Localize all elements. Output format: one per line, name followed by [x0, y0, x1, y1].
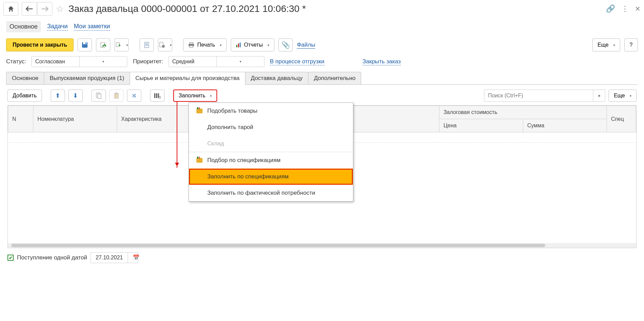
close-icon[interactable]: ✕ [635, 5, 641, 13]
paperclip-icon: 📎 [281, 41, 290, 49]
svg-rect-20 [115, 93, 117, 94]
priority-label: Приоритет: [133, 58, 163, 65]
chart-icon [236, 42, 241, 48]
nav-notes[interactable]: Мои заметки [74, 23, 110, 31]
svg-rect-13 [190, 46, 193, 47]
nav-main[interactable]: Основное [6, 21, 41, 32]
link-icon[interactable]: 🔗 [606, 4, 615, 13]
calendar-icon[interactable]: 📅 [128, 253, 138, 263]
col-spec[interactable]: Спец [607, 106, 636, 132]
create-based-on-button[interactable] [114, 38, 129, 51]
copy-button[interactable] [92, 90, 106, 102]
favorite-star-icon[interactable]: ☆ [56, 4, 64, 14]
col-nomenclature[interactable]: Номенклатура [33, 106, 117, 132]
fill-dropdown-menu: Подобрать товары Дополнить тарой Склад П… [189, 102, 353, 202]
page-title: Заказ давальца 0000-000001 от 27.10.2021… [68, 3, 306, 14]
search-clear-button[interactable]: × [593, 90, 605, 102]
dd-pick-goods[interactable]: Подобрать товары [189, 103, 353, 119]
copy-icon [96, 93, 101, 99]
move-down-button[interactable]: ⬇ [68, 90, 83, 102]
create-based-on-icon [115, 42, 122, 48]
dd-fill-by-spec[interactable]: Заполнить по спецификациям [189, 168, 353, 185]
callout-arrow [177, 101, 177, 168]
horizontal-scrollbar[interactable] [8, 243, 636, 248]
post-button[interactable] [96, 38, 110, 51]
dd-warehouse: Склад [189, 135, 353, 152]
post-icon [100, 42, 106, 48]
nav-tasks[interactable]: Задачи [47, 23, 67, 31]
receipt-date-input[interactable]: 27.10.2021 📅 [91, 252, 138, 263]
save-icon [82, 42, 88, 48]
chevron-down-icon: ▾ [79, 57, 127, 67]
tab-main[interactable]: Основное [6, 72, 44, 84]
svg-rect-1 [83, 42, 86, 44]
tab-additional[interactable]: Дополнительно [308, 72, 361, 84]
document-gear-icon [159, 42, 165, 48]
arrow-right-icon [41, 6, 49, 11]
split-icon: ⤨ [131, 92, 136, 99]
back-button[interactable] [22, 2, 37, 16]
more-button[interactable]: Еще [592, 38, 620, 51]
svg-rect-5 [145, 42, 149, 48]
svg-rect-18 [98, 94, 101, 98]
svg-rect-19 [114, 93, 118, 98]
col-sum[interactable]: Сумма [523, 119, 607, 132]
single-date-label: Поступление одной датой [17, 254, 87, 261]
forward-button[interactable] [37, 2, 52, 16]
home-icon [7, 6, 14, 12]
fill-button[interactable]: Заполнить [173, 90, 218, 102]
home-button[interactable] [3, 2, 18, 16]
dd-pick-by-spec[interactable]: Подбор по спецификациям [189, 152, 353, 168]
print-button[interactable]: Печать [183, 38, 226, 51]
document-settings-button[interactable] [158, 38, 172, 51]
reports-button[interactable]: Отчеты [231, 38, 274, 51]
dd-add-packaging[interactable]: Дополнить тарой [189, 119, 353, 135]
col-deposit[interactable]: Залоговая стоимость [439, 106, 607, 119]
svg-rect-11 [190, 43, 193, 44]
paste-icon [114, 93, 119, 99]
tab-output-products[interactable]: Выпускаемая продукция (1) [44, 72, 130, 84]
folder-icon [196, 109, 203, 113]
barcode-icon [154, 93, 161, 98]
status-label: Статус: [6, 58, 26, 65]
col-characteristic[interactable]: Характеристика [117, 106, 200, 132]
single-date-checkbox[interactable]: ✔ [7, 255, 14, 261]
barcode-button[interactable] [150, 90, 164, 102]
chevron-down-icon: ▾ [216, 57, 264, 67]
close-order-link[interactable]: Закрыть заказ [363, 58, 401, 65]
svg-rect-2 [85, 43, 86, 44]
help-button[interactable]: ? [624, 38, 638, 51]
status-select[interactable]: Согласован ▾ [31, 56, 127, 67]
arrow-down-icon: ⬇ [73, 92, 78, 99]
col-price[interactable]: Цена [439, 119, 523, 132]
folder-icon [196, 158, 203, 163]
tab-delivery[interactable]: Доставка давальцу [245, 72, 308, 84]
kebab-menu-icon[interactable]: ⋮ [621, 4, 629, 13]
files-link[interactable]: Файлы [297, 42, 315, 49]
svg-rect-16 [240, 43, 241, 47]
search-input[interactable] [484, 90, 593, 102]
save-button[interactable] [78, 38, 92, 51]
dd-fill-by-demand[interactable]: Заполнить по фактической потребности [189, 185, 353, 201]
paste-button[interactable] [109, 90, 124, 102]
post-and-close-button[interactable]: Провести и закрыть [6, 38, 74, 51]
svg-rect-15 [238, 44, 239, 47]
svg-point-10 [162, 45, 165, 48]
attach-button[interactable]: 📎 [278, 38, 293, 51]
shipping-process-link[interactable]: В процессе отгрузки [270, 58, 324, 65]
move-up-button[interactable]: ⬆ [51, 90, 65, 102]
inner-more-button[interactable]: Еще [609, 90, 637, 102]
col-n[interactable]: N [8, 106, 33, 132]
priority-select[interactable]: Средний ▾ [168, 56, 264, 67]
tab-raw-materials[interactable]: Сырье и материалы для производства [130, 72, 245, 84]
document-list-button[interactable] [140, 38, 154, 51]
print-icon [188, 42, 194, 48]
add-row-button[interactable]: Добавить [7, 90, 42, 102]
split-button[interactable]: ⤨ [127, 90, 141, 102]
svg-rect-14 [236, 45, 237, 47]
arrow-up-icon: ⬆ [55, 92, 60, 99]
arrow-left-icon [26, 6, 33, 11]
document-icon [144, 42, 149, 48]
